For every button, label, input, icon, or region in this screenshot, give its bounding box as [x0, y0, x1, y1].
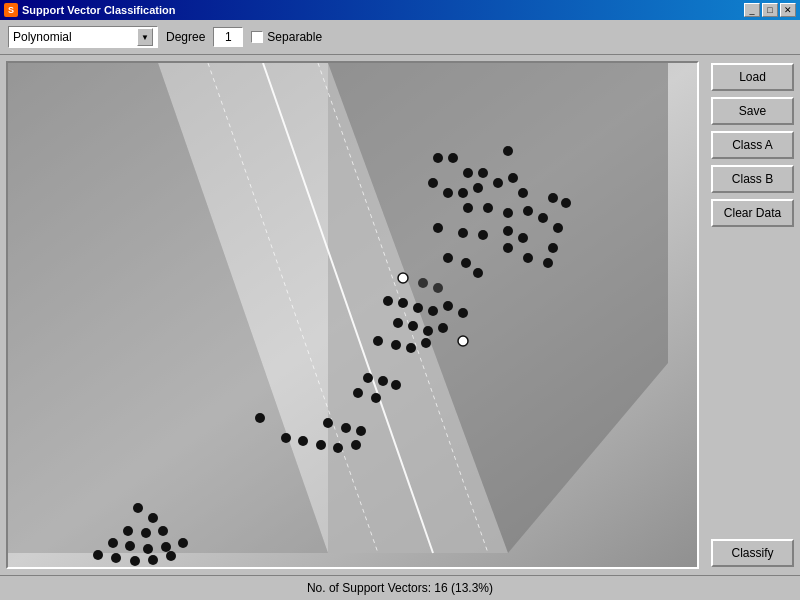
- clear-data-button[interactable]: Clear Data: [711, 199, 794, 227]
- degree-label: Degree: [166, 30, 205, 44]
- svg-point-35: [548, 243, 558, 253]
- class-a-button[interactable]: Class A: [711, 131, 794, 159]
- svg-point-56: [458, 336, 468, 346]
- svg-point-33: [523, 253, 533, 263]
- svg-point-43: [398, 298, 408, 308]
- svg-point-53: [391, 340, 401, 350]
- svg-point-65: [356, 426, 366, 436]
- svg-point-77: [125, 541, 135, 551]
- svg-point-41: [433, 283, 443, 293]
- kernel-dropdown[interactable]: Polynomial ▼: [8, 26, 158, 48]
- separable-container: Separable: [251, 30, 322, 44]
- svg-point-46: [443, 301, 453, 311]
- toolbar: Polynomial ▼ Degree Separable: [0, 20, 800, 55]
- svg-point-32: [503, 243, 513, 253]
- svg-point-82: [111, 553, 121, 563]
- svg-point-76: [108, 538, 118, 548]
- svg-point-24: [523, 206, 533, 216]
- svg-point-84: [148, 555, 158, 565]
- svg-point-50: [423, 326, 433, 336]
- svg-point-66: [281, 433, 291, 443]
- status-bar: No. of Support Vectors: 16 (13.3%): [0, 575, 800, 599]
- svg-point-49: [408, 321, 418, 331]
- svg-point-47: [458, 308, 468, 318]
- svg-point-18: [518, 188, 528, 198]
- svg-point-62: [255, 413, 265, 423]
- svg-point-27: [433, 223, 443, 233]
- svg-point-12: [428, 178, 438, 188]
- svg-point-38: [473, 268, 483, 278]
- visualization-canvas[interactable]: [6, 61, 699, 569]
- svg-point-21: [463, 203, 473, 213]
- svg-point-63: [323, 418, 333, 428]
- svg-point-58: [378, 376, 388, 386]
- svg-point-57: [363, 373, 373, 383]
- svg-point-71: [133, 503, 143, 513]
- svg-point-39: [398, 273, 408, 283]
- svg-point-45: [428, 306, 438, 316]
- close-button[interactable]: ✕: [780, 3, 796, 17]
- canvas-svg: [8, 63, 697, 567]
- svg-point-17: [508, 173, 518, 183]
- svg-point-48: [393, 318, 403, 328]
- classify-button[interactable]: Classify: [711, 539, 794, 567]
- svg-point-23: [503, 208, 513, 218]
- svg-point-16: [493, 178, 503, 188]
- svg-point-31: [518, 233, 528, 243]
- svg-point-30: [503, 226, 513, 236]
- svg-point-44: [413, 303, 423, 313]
- app-title: Support Vector Classification: [22, 4, 744, 16]
- svg-point-70: [351, 440, 361, 450]
- svg-point-72: [148, 513, 158, 523]
- svg-point-28: [458, 228, 468, 238]
- svg-point-60: [353, 388, 363, 398]
- svg-point-85: [166, 551, 176, 561]
- svg-point-26: [553, 223, 563, 233]
- svg-point-14: [458, 188, 468, 198]
- svg-point-19: [548, 193, 558, 203]
- svg-point-75: [158, 526, 168, 536]
- svg-point-25: [538, 213, 548, 223]
- minimize-button[interactable]: _: [744, 3, 760, 17]
- svg-point-52: [373, 336, 383, 346]
- class-b-button[interactable]: Class B: [711, 165, 794, 193]
- status-text: No. of Support Vectors: 16 (13.3%): [307, 581, 493, 595]
- svg-point-42: [383, 296, 393, 306]
- svg-point-34: [543, 258, 553, 268]
- svg-point-9: [463, 168, 473, 178]
- svg-point-51: [438, 323, 448, 333]
- svg-point-29: [478, 230, 488, 240]
- main-area: Load Save Class A Class B Clear Data Cla…: [0, 55, 800, 575]
- svg-point-78: [143, 544, 153, 554]
- svg-point-54: [406, 343, 416, 353]
- app-icon: S: [4, 3, 18, 17]
- svg-point-81: [93, 550, 103, 560]
- svg-point-8: [448, 153, 458, 163]
- separable-checkbox[interactable]: [251, 31, 263, 43]
- svg-point-73: [123, 526, 133, 536]
- svg-point-68: [316, 440, 326, 450]
- svg-point-83: [130, 556, 140, 566]
- save-button[interactable]: Save: [711, 97, 794, 125]
- svg-point-13: [443, 188, 453, 198]
- title-bar: S Support Vector Classification _ □ ✕: [0, 0, 800, 20]
- load-button[interactable]: Load: [711, 63, 794, 91]
- svg-point-79: [161, 542, 171, 552]
- svg-point-59: [391, 380, 401, 390]
- svg-point-11: [503, 146, 513, 156]
- sidebar: Load Save Class A Class B Clear Data Cla…: [705, 55, 800, 575]
- svg-point-74: [141, 528, 151, 538]
- svg-point-36: [443, 253, 453, 263]
- svg-point-69: [333, 443, 343, 453]
- separable-label: Separable: [267, 30, 322, 44]
- maximize-button[interactable]: □: [762, 3, 778, 17]
- svg-point-7: [433, 153, 443, 163]
- svg-point-20: [561, 198, 571, 208]
- window-controls: _ □ ✕: [744, 3, 796, 17]
- svg-point-80: [178, 538, 188, 548]
- svg-point-67: [298, 436, 308, 446]
- svg-point-10: [478, 168, 488, 178]
- svg-point-22: [483, 203, 493, 213]
- degree-input[interactable]: [213, 27, 243, 47]
- svg-point-61: [371, 393, 381, 403]
